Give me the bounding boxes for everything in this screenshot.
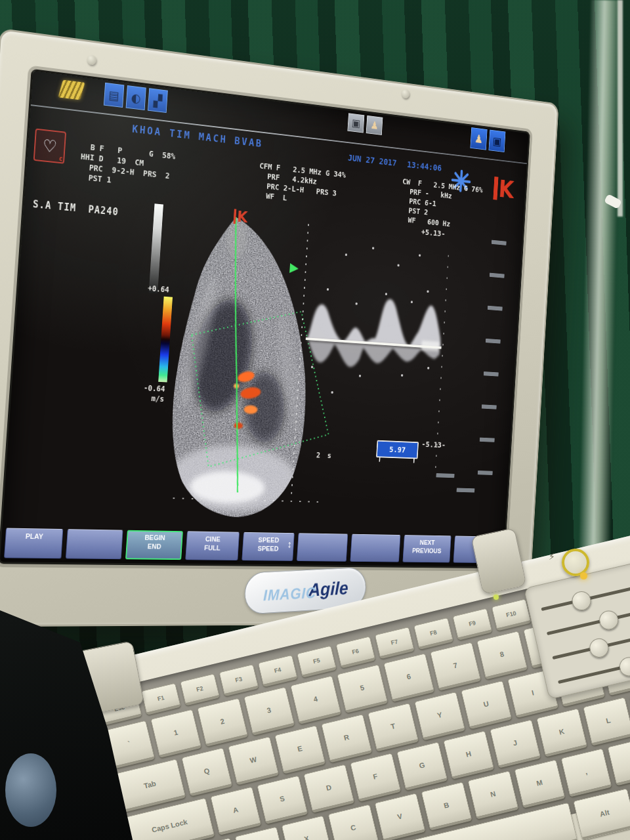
key-g[interactable]: G <box>396 742 448 791</box>
ultrasound-screen: ▤◐▞ ▣♟ ♟▣ KHOA TIM MACH BVAB JUN 27 2017… <box>0 71 528 566</box>
tgc-slider-thumb[interactable] <box>570 589 593 612</box>
key-b[interactable]: B <box>421 782 472 831</box>
toolbar-right-group: ♟▣ <box>470 127 505 152</box>
focus-marker-icon <box>289 263 299 274</box>
key-alt[interactable]: Alt <box>573 788 630 840</box>
tgc-slider[interactable] <box>541 585 630 611</box>
key-n[interactable]: N <box>467 770 518 820</box>
patient-icon[interactable]: ♟ <box>366 116 383 135</box>
brand-k-logo-icon: K <box>493 177 514 201</box>
key-a[interactable]: A <box>210 786 261 835</box>
spectral-doppler-trace <box>304 293 444 372</box>
tgc-slider-thumb[interactable] <box>597 609 620 632</box>
key-s[interactable]: S <box>257 775 308 824</box>
softkey-begin-end[interactable]: BEGINEND <box>125 530 182 560</box>
key-5[interactable]: 5 <box>337 664 388 713</box>
tgc-mark[interactable] <box>482 404 497 409</box>
key-h[interactable]: H <box>443 730 494 780</box>
cart-knob <box>5 753 56 827</box>
key-f[interactable]: F <box>350 753 401 802</box>
key-3[interactable]: 3 <box>243 686 295 736</box>
key-k[interactable]: K <box>536 708 587 757</box>
key-t[interactable]: T <box>368 703 419 752</box>
key-e[interactable]: E <box>274 725 326 774</box>
velocity-unit-label: m/s <box>151 394 164 403</box>
key-d[interactable]: D <box>303 764 354 813</box>
settings-icon[interactable]: ▣ <box>488 130 505 152</box>
report-icon[interactable]: ▤ <box>104 83 125 108</box>
tgc-slider[interactable] <box>558 658 630 684</box>
network-icon[interactable]: ▞ <box>148 88 168 113</box>
tgc-mark[interactable] <box>478 471 493 475</box>
key-.[interactable]: . <box>607 737 630 786</box>
key-7[interactable]: 7 <box>430 642 481 691</box>
heart-glyph: ♡ <box>42 137 58 156</box>
status-led <box>580 572 587 579</box>
key-q[interactable]: Q <box>181 747 232 797</box>
sweep-time-label: 2 s <box>316 451 333 460</box>
tgc-slider-thumb[interactable] <box>587 637 610 660</box>
speed-arrows-icon: ↕ <box>287 538 292 551</box>
key-v[interactable]: V <box>374 793 425 840</box>
display-icon[interactable]: ▣ <box>347 113 364 133</box>
softkey-play[interactable]: PLAY <box>4 528 64 559</box>
bmode-sector <box>155 205 327 528</box>
tgc-slider[interactable] <box>547 609 630 635</box>
brand-k-icon: K <box>233 209 248 224</box>
measurement-value: 5.97 <box>389 445 406 455</box>
tgc-mark[interactable] <box>457 488 475 492</box>
key-2[interactable]: 2 <box>197 698 248 747</box>
tgc-slider-thumb[interactable] <box>618 655 630 678</box>
softkey-blank-1[interactable] <box>66 529 123 559</box>
key-w[interactable]: W <box>228 736 279 786</box>
key-1[interactable]: 1 <box>150 709 201 758</box>
user-icon[interactable]: ♟ <box>470 127 487 150</box>
ecg-heart-icon[interactable]: ♡ c <box>33 129 66 164</box>
toolbar-left <box>60 79 83 100</box>
key-u[interactable]: U <box>461 681 512 730</box>
bezel-bump <box>402 89 410 99</box>
key-l[interactable]: L <box>583 697 630 746</box>
key-6[interactable]: 6 <box>383 653 434 702</box>
key-y[interactable]: Y <box>414 692 465 741</box>
softkey-cine-full[interactable]: CINEFULL <box>185 531 240 560</box>
key-r[interactable]: R <box>321 714 372 763</box>
heart-sub-label: c <box>58 155 62 162</box>
tgc-mark[interactable] <box>480 438 495 442</box>
key-x[interactable]: X <box>281 815 332 840</box>
key-,[interactable]: , <box>560 748 612 797</box>
bezel-bump <box>87 54 96 65</box>
curtain-cord <box>618 0 623 217</box>
photo-stage: ▤◐▞ ▣♟ ♟▣ KHOA TIM MACH BVAB JUN 27 2017… <box>0 0 630 840</box>
key-m[interactable]: M <box>514 759 565 808</box>
velocity-min-label: -0.64 <box>144 383 165 393</box>
ultrasound-graphics <box>0 71 528 566</box>
softkey-blank-6[interactable] <box>350 534 400 562</box>
velocity-scale-bottom: -5.13- <box>421 440 446 450</box>
cw-parameters: CW F 2.5 MHz G 76% PRF - kHz PRC 6-1 PST… <box>400 177 483 232</box>
softkey-speed-speed[interactable]: SPEEDSPEED↕ <box>242 532 295 561</box>
key-8[interactable]: 8 <box>476 631 528 680</box>
tgc-mark[interactable] <box>436 473 454 478</box>
tgc-mark[interactable] <box>484 371 499 377</box>
tgc-slider[interactable] <box>552 633 630 660</box>
key-c[interactable]: C <box>327 804 379 840</box>
globe-icon[interactable]: ◐ <box>126 85 146 110</box>
softkey-blank-5[interactable] <box>297 533 348 561</box>
key-j[interactable]: J <box>490 719 541 768</box>
key-4[interactable]: 4 <box>290 675 341 724</box>
velocity-max-label: +0.64 <box>148 284 169 295</box>
softkey-next-previous[interactable]: NEXTPREVIOUS <box>402 535 451 562</box>
caps-led <box>494 595 499 600</box>
measurement-value-box[interactable]: 5.97 <box>376 440 419 459</box>
cine-reel-icon[interactable] <box>58 80 85 100</box>
logo-brand: IMAGIC <box>263 583 316 604</box>
power-bolt-icon: ⚡ <box>549 551 555 562</box>
